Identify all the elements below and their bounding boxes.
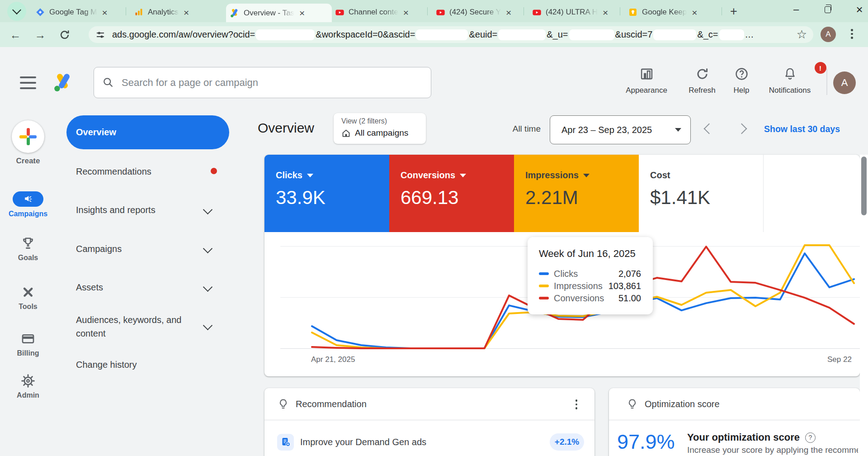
chevron-down-icon <box>12 5 21 14</box>
recommendation-card: Recommendation Improve your Demand Gen a… <box>264 388 594 456</box>
browser-profile-avatar[interactable]: A <box>821 27 836 42</box>
create-button[interactable] <box>12 120 44 153</box>
optimization-score-card: Optimization score 97.9% Your optimizati… <box>609 388 860 456</box>
url-segment: &_u= <box>547 29 568 40</box>
window-minimize-button[interactable]: – <box>786 0 807 19</box>
help-button[interactable]: Help <box>714 67 769 95</box>
sidebar-item-admin[interactable]: Admin <box>0 374 56 399</box>
new-tab-button[interactable]: + <box>727 5 741 18</box>
url-redaction <box>416 29 468 40</box>
tooltip-series-value: 51.00 <box>618 293 641 304</box>
gear-icon <box>21 374 35 388</box>
site-settings-icon[interactable] <box>95 29 106 40</box>
help-icon <box>735 67 749 81</box>
sidebar-item-campaigns[interactable]: Campaigns <box>0 191 56 218</box>
url-segment: &_c= <box>697 29 718 40</box>
view-filters-value: All campaigns <box>355 128 408 138</box>
tab-separator <box>620 7 620 15</box>
nav-item-insights-and-reports[interactable]: Insights and reports <box>76 205 156 215</box>
url-text: ads.google.com/aw/overview?ocid=&workspa… <box>112 29 793 40</box>
reload-button[interactable] <box>57 28 72 42</box>
chevron-down-icon[interactable] <box>203 205 212 214</box>
clicks-legend-dash <box>539 272 549 276</box>
recommendation-item[interactable]: Improve your Demand Gen ads +2.1% <box>277 433 584 451</box>
sidebar-item-tools[interactable]: Tools <box>0 285 56 311</box>
tooltip-series-name: Clicks <box>554 269 578 279</box>
sidebar-label: Billing <box>17 349 39 357</box>
nav-item-change-history[interactable]: Change history <box>76 360 137 370</box>
browser-tab[interactable]: Google Keep × <box>624 5 720 20</box>
uplift-badge: +2.1% <box>550 433 584 451</box>
chevron-down-icon[interactable] <box>203 282 212 292</box>
browser-toolbar: ← → ads.google.com/aw/overview?ocid=&wor… <box>0 22 868 47</box>
notification-badge: ! <box>814 61 827 75</box>
window-restore-button[interactable] <box>817 0 838 19</box>
card-menu-icon[interactable] <box>576 399 578 409</box>
search-input[interactable] <box>121 76 423 89</box>
url-address-bar[interactable]: ads.google.com/aw/overview?ocid=&workspa… <box>89 26 813 43</box>
next-period-button[interactable] <box>736 123 747 134</box>
nav-item-overview[interactable]: Overview <box>66 115 229 149</box>
app-search-box[interactable] <box>94 67 431 98</box>
tab-close-icon[interactable]: × <box>691 8 698 17</box>
scrollbar-thumb[interactable] <box>861 157 867 215</box>
optimization-score-subtext: Increase your score by applying the reco… <box>687 445 858 455</box>
main-menu-icon[interactable] <box>20 76 36 89</box>
megaphone-icon <box>23 194 33 204</box>
tab-separator <box>427 7 428 15</box>
browser-tab[interactable]: Google Tag M × <box>32 5 127 20</box>
sidebar-item-goals[interactable]: Goals <box>0 236 56 262</box>
previous-period-button[interactable] <box>703 123 714 134</box>
browser-tab[interactable]: Analytics × <box>130 5 224 20</box>
notifications-label: Notifications <box>769 86 811 95</box>
browser-tab[interactable]: (424) ULTRA H × <box>528 5 622 20</box>
tab-search-button[interactable] <box>7 2 26 21</box>
tooltip-series-value: 2,076 <box>618 269 641 279</box>
help-icon[interactable]: ? <box>805 432 816 443</box>
google-tag-manager-favicon <box>35 7 45 17</box>
time-range-label: All time <box>450 124 541 134</box>
bookmark-star-icon[interactable]: ☆ <box>797 28 807 42</box>
appearance-button[interactable]: Appearance <box>619 67 674 95</box>
sidebar-label: Admin <box>17 391 39 399</box>
google-ads-overview-screen: Google Tag M × Analytics × Overview - Ta… <box>0 0 868 456</box>
account-avatar[interactable]: A <box>833 71 856 94</box>
tab-title: Analytics <box>148 8 179 17</box>
back-button[interactable]: ← <box>8 28 23 42</box>
tab-close-icon[interactable]: × <box>402 8 410 17</box>
youtube-favicon <box>532 7 542 17</box>
window-close-button[interactable]: × <box>849 0 868 19</box>
refresh-icon <box>695 67 709 81</box>
tab-close-icon[interactable]: × <box>602 8 609 17</box>
url-segment: &workspaceId=0&ascid= <box>316 29 415 40</box>
chevron-down-icon[interactable] <box>203 321 212 330</box>
browser-tab-active[interactable]: Overview - Tas × <box>226 4 332 22</box>
restore-icon <box>825 6 831 13</box>
forward-button[interactable]: → <box>33 28 47 42</box>
browser-tab[interactable]: (424) Secure Y × <box>432 5 526 20</box>
tab-close-icon[interactable]: × <box>101 8 108 17</box>
page-title: Overview <box>258 120 314 136</box>
lightbulb-icon <box>626 398 638 410</box>
tab-close-icon[interactable]: × <box>298 8 306 18</box>
nav-item-assets[interactable]: Assets <box>76 282 103 293</box>
tab-close-icon[interactable]: × <box>183 8 190 17</box>
sidebar-item-billing[interactable]: Billing <box>0 332 56 357</box>
nav-item-recommendations[interactable]: Recommendations <box>76 166 151 177</box>
card-divider <box>264 420 594 420</box>
browser-menu-icon[interactable] <box>851 29 853 39</box>
browser-tab[interactable]: Channel conte × <box>331 5 425 20</box>
google-ads-logo[interactable] <box>52 73 74 92</box>
notifications-button[interactable]: ! Notifications <box>763 67 817 95</box>
nav-item-campaigns[interactable]: Campaigns <box>76 244 122 254</box>
chevron-down-icon[interactable] <box>203 244 212 253</box>
url-segment: … <box>745 29 754 40</box>
create-label: Create <box>0 157 56 166</box>
show-last-30-days-link[interactable]: Show last 30 days <box>764 124 840 134</box>
tab-title: (424) ULTRA H <box>546 8 598 17</box>
date-range-selector[interactable]: Apr 23 – Sep 23, 2025 <box>550 115 691 144</box>
nav-item-audiences-keywords-content[interactable]: Audiences, keywords, and content <box>76 313 199 340</box>
view-filters-chip[interactable]: View (2 filters) All campaigns <box>334 113 426 144</box>
url-redaction <box>498 29 546 40</box>
tab-close-icon[interactable]: × <box>505 8 512 17</box>
